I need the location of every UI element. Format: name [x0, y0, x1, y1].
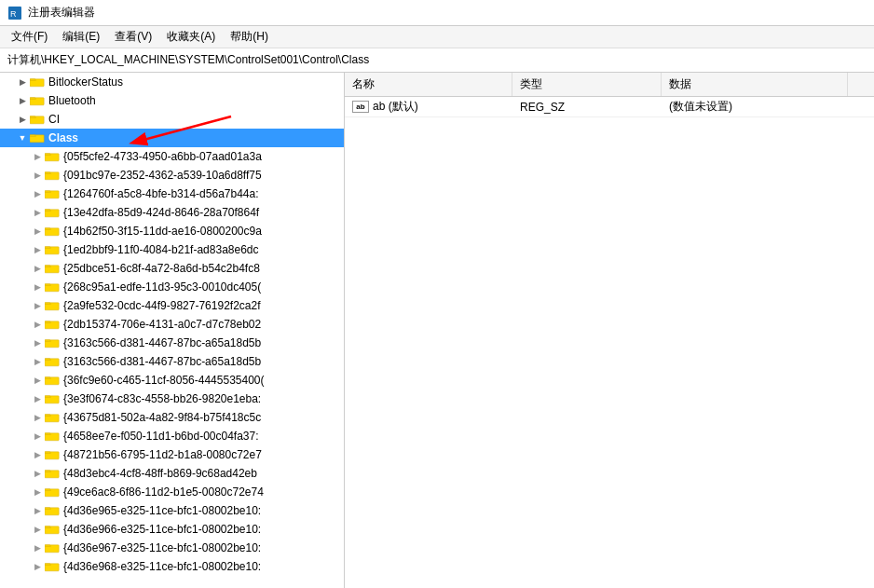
detail-cell-name: ab ab (默认): [345, 97, 512, 116]
menu-item-4[interactable]: 帮助(H): [223, 27, 276, 47]
tree-label: {091bc97e-2352-4362-a539-10a6d8ff75: [61, 169, 262, 182]
svg-marker-13: [45, 172, 50, 174]
detail-col-2[interactable]: 数据: [662, 73, 848, 96]
expand-btn[interactable]: ▶: [30, 447, 45, 462]
tree-item-c17[interactable]: ▶ {48721b56-6795-11d2-b1a8-0080c72e7: [0, 445, 344, 464]
tree-label: {4658ee7e-f050-11d1-b6bd-00c04fa37:: [61, 430, 259, 443]
expand-btn[interactable]: ▶: [30, 149, 45, 164]
folder-icon: [45, 504, 60, 517]
expand-btn[interactable]: ▶: [30, 317, 45, 332]
svg-marker-31: [45, 340, 50, 342]
expand-btn[interactable]: ▶: [30, 280, 45, 294]
tree-item-c23[interactable]: ▶ {4d36e968-e325-11ce-bfc1-08002be10:: [0, 557, 344, 576]
menu-bar: 文件(F)编辑(E)查看(V)收藏夹(A)帮助(H): [0, 26, 874, 48]
folder-icon: [30, 131, 45, 144]
tree-item-c20[interactable]: ▶ {4d36e965-e325-11ce-bfc1-08002be10:: [0, 501, 344, 520]
tree-item-c14[interactable]: ▶ {3e3f0674-c83c-4558-bb26-9820e1eba:: [0, 390, 344, 408]
folder-icon: [45, 225, 60, 238]
tree-item-c5[interactable]: ▶ {14b62f50-3f15-11dd-ae16-0800200c9a: [0, 222, 344, 240]
expand-btn[interactable]: ▶: [30, 242, 45, 257]
tree-label: {3163c566-d381-4467-87bc-a65a18d5b: [61, 336, 261, 349]
tree-item-c1[interactable]: ▶ {05f5cfe2-4733-4950-a6bb-07aad01a3a: [0, 147, 344, 166]
menu-item-1[interactable]: 编辑(E): [55, 27, 107, 47]
tree-label: {3e3f0674-c83c-4558-bb26-9820e1eba:: [61, 392, 261, 405]
tree-label: Class: [47, 131, 78, 144]
tree-label: {14b62f50-3f15-11dd-ae16-0800200c9a: [61, 225, 262, 238]
tree-label: {13e42dfa-85d9-424d-8646-28a70f864f: [61, 206, 259, 219]
expand-btn[interactable]: ▶: [30, 335, 45, 350]
svg-marker-35: [45, 377, 50, 379]
tree-item-c9[interactable]: ▶ {2a9fe532-0cdc-44f9-9827-76192f2ca2f: [0, 296, 344, 315]
menu-item-2[interactable]: 查看(V): [107, 27, 159, 47]
tree-item-c16[interactable]: ▶ {4658ee7e-f050-11d1-b6bd-00c04fa37:: [0, 427, 344, 445]
tree-item-c7[interactable]: ▶ {25dbce51-6c8f-4a72-8a6d-b54c2b4fc8: [0, 259, 344, 278]
title-bar: R 注册表编辑器: [0, 0, 874, 26]
folder-icon: [45, 150, 60, 163]
expand-btn[interactable]: ▶: [30, 224, 45, 239]
address-bar: 计算机\HKEY_LOCAL_MACHINE\SYSTEM\ControlSet…: [0, 48, 874, 73]
tree-item-c18[interactable]: ▶ {48d3ebc4-4cf8-48ff-b869-9c68ad42eb: [0, 464, 344, 483]
detail-cell-type: REG_SZ: [512, 99, 662, 116]
tree-panel[interactable]: ▶ BitlockerStatus▶ Bluetooth▶ CI▼ Class▶…: [0, 73, 345, 588]
folder-icon: [45, 411, 60, 424]
folder-icon: [45, 262, 60, 275]
expand-btn[interactable]: ▶: [15, 93, 30, 108]
expand-btn[interactable]: ▶: [30, 168, 45, 183]
tree-item-c12[interactable]: ▶ {3163c566-d381-4467-87bc-a65a18d5b: [0, 352, 344, 371]
expand-btn[interactable]: ▶: [30, 429, 45, 444]
expand-btn[interactable]: ▶: [30, 485, 45, 499]
tree-item-c2[interactable]: ▶ {091bc97e-2352-4362-a539-10a6d8ff75: [0, 166, 344, 185]
tree-item-c15[interactable]: ▶ {43675d81-502a-4a82-9f84-b75f418c5c: [0, 408, 344, 427]
tree-item-c6[interactable]: ▶ {1ed2bbf9-11f0-4084-b21f-ad83a8e6dc: [0, 240, 344, 259]
folder-icon: [45, 392, 60, 405]
tree-item-c3[interactable]: ▶ {1264760f-a5c8-4bfe-b314-d56a7b44a:: [0, 185, 344, 203]
detail-row[interactable]: ab ab (默认) REG_SZ(数值未设置): [345, 97, 874, 117]
expand-btn[interactable]: ▶: [30, 540, 45, 555]
folder-icon: [45, 187, 60, 200]
expand-btn[interactable]: ▶: [30, 186, 45, 201]
expand-btn[interactable]: ▶: [30, 522, 45, 537]
menu-item-0[interactable]: 文件(F): [4, 27, 55, 47]
tree-item-bluetooth[interactable]: ▶ Bluetooth: [0, 91, 344, 110]
expand-btn[interactable]: ▶: [30, 391, 45, 406]
svg-marker-19: [45, 228, 50, 230]
detail-col-0[interactable]: 名称: [345, 73, 512, 96]
expand-btn[interactable]: ▶: [30, 559, 45, 574]
title-text: 注册表编辑器: [28, 5, 95, 21]
expand-btn[interactable]: ▶: [15, 75, 30, 89]
svg-marker-29: [45, 321, 50, 323]
svg-text:R: R: [10, 9, 17, 19]
tree-item-bitlocker[interactable]: ▶ BitlockerStatus: [0, 73, 344, 91]
detail-col-1[interactable]: 类型: [512, 73, 662, 96]
expand-btn[interactable]: ▶: [15, 112, 30, 127]
expand-btn[interactable]: ▶: [30, 298, 45, 313]
svg-marker-37: [45, 396, 50, 398]
expand-btn[interactable]: ▶: [30, 503, 45, 518]
folder-icon: [45, 280, 60, 294]
folder-icon: [45, 374, 60, 387]
expand-btn[interactable]: ▶: [30, 410, 45, 425]
tree-item-class[interactable]: ▼ Class: [0, 129, 344, 147]
expand-btn[interactable]: ▶: [30, 261, 45, 276]
tree-item-c22[interactable]: ▶ {4d36e967-e325-11ce-bfc1-08002be10:: [0, 539, 344, 557]
expand-btn[interactable]: ▶: [30, 373, 45, 388]
tree-item-c11[interactable]: ▶ {3163c566-d381-4467-87bc-a65a18d5b: [0, 334, 344, 352]
svg-marker-25: [45, 284, 50, 286]
detail-panel: 名称类型数据 ab ab (默认) REG_SZ(数值未设置): [345, 73, 874, 588]
folder-icon: [45, 541, 60, 554]
expand-btn[interactable]: ▶: [30, 354, 45, 369]
tree-item-c19[interactable]: ▶ {49ce6ac8-6f86-11d2-b1e5-0080c72e74: [0, 483, 344, 501]
tree-item-c13[interactable]: ▶ {36fc9e60-c465-11cf-8056-4445535400(: [0, 371, 344, 390]
expand-btn[interactable]: ▶: [30, 466, 45, 481]
expand-btn[interactable]: ▼: [15, 130, 30, 145]
tree-item-ci[interactable]: ▶ CI: [0, 110, 344, 129]
tree-item-c8[interactable]: ▶ {268c95a1-edfe-11d3-95c3-0010dc405(: [0, 278, 344, 296]
tree-item-c10[interactable]: ▶ {2db15374-706e-4131-a0c7-d7c78eb02: [0, 315, 344, 334]
tree-item-c4[interactable]: ▶ {13e42dfa-85d9-424d-8646-28a70f864f: [0, 203, 344, 222]
tree-label: {4d36e965-e325-11ce-bfc1-08002be10:: [61, 504, 261, 517]
svg-marker-23: [45, 266, 50, 267]
menu-item-3[interactable]: 收藏夹(A): [159, 27, 223, 47]
address-path: 计算机\HKEY_LOCAL_MACHINE\SYSTEM\ControlSet…: [7, 52, 369, 68]
expand-btn[interactable]: ▶: [30, 205, 45, 220]
tree-item-c21[interactable]: ▶ {4d36e966-e325-11ce-bfc1-08002be10:: [0, 520, 344, 539]
